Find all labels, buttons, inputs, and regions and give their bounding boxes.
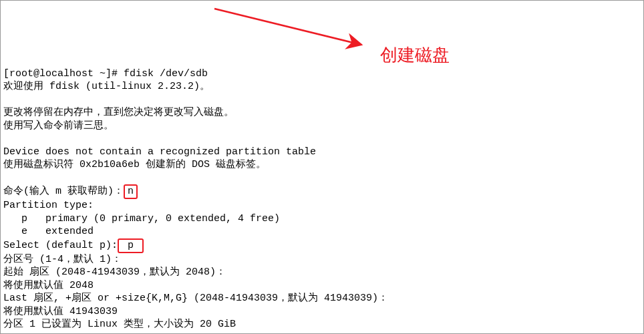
no-partition-table: Device does not contain a recognized par… (3, 146, 316, 158)
last-sector: Last 扇区, +扇区 or +size{K,M,G} (2048-41943… (3, 293, 388, 304)
input-p-highlight[interactable]: p (118, 238, 144, 253)
shell-prompt-line: [root@localhost ~]# fdisk /dev/sdb (3, 68, 208, 79)
default-2048: 将使用默认值 2048 (3, 280, 94, 291)
first-sector: 起始 扇区 (2048-41943039，默认为 2048)： (3, 267, 226, 278)
input-n-highlight[interactable]: n (124, 184, 138, 199)
new-dos-label: 使用磁盘标识符 0x2b10a6eb 创建新的 DOS 磁盘标签。 (3, 159, 266, 170)
info-caution: 使用写入命令前请三思。 (3, 120, 114, 132)
welcome-line: 欢迎使用 fdisk (util-linux 2.23.2)。 (3, 81, 210, 92)
option-extended: e extended (3, 226, 94, 237)
option-primary: p primary (0 primary, 0 extended, 4 free… (3, 213, 280, 224)
partition-set: 分区 1 已设置为 Linux 类型，大小设为 20 GiB (3, 319, 236, 330)
annotation-label: 创建磁盘 (380, 44, 450, 67)
default-41943039: 将使用默认值 41943039 (3, 306, 118, 317)
svg-line-0 (214, 9, 361, 45)
partition-number: 分区号 (1-4，默认 1)： (3, 254, 122, 265)
cmd-prompt-1: 命令(输入 m 获取帮助)： (3, 186, 124, 197)
select-default: Select (default p): (3, 240, 118, 251)
info-persist: 更改将停留在内存中，直到您决定将更改写入磁盘。 (3, 107, 234, 118)
terminal-output: [root@localhost ~]# fdisk /dev/sdb 欢迎使用 … (1, 53, 643, 334)
partition-type-hdr: Partition type: (3, 200, 94, 211)
